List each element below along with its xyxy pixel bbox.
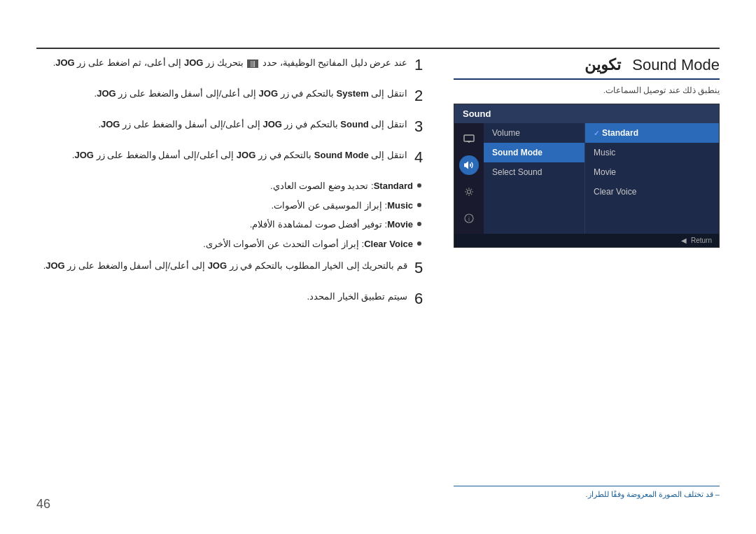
- tv-ui-header: Sound: [454, 104, 719, 123]
- title-underline: [454, 78, 720, 80]
- step-2: 2 انتقل إلى System بالتحكم في زر JOG إلى…: [36, 87, 434, 105]
- subtitle-note: ينطبق ذلك عند توصيل السماعات.: [454, 85, 720, 95]
- bullet-dot-movie: [417, 222, 421, 226]
- tv-sidebar: i: [454, 123, 484, 234]
- submenu-item-music: Music: [585, 143, 719, 162]
- submenu-item-clearvoice: Clear Voice: [585, 182, 719, 202]
- main-content: 1 عند عرض دليل المفاتيح الوظيفية، حدد ||…: [36, 56, 434, 321]
- menu-item-select-sound: Select Sound: [484, 162, 584, 182]
- step-3: 3 انتقل إلى Sound بالتحكم في زر JOG إلى …: [36, 118, 434, 136]
- submenu-item-standard: Standard: [585, 123, 719, 143]
- step-4-number: 4: [414, 148, 434, 167]
- step-6-text: سيتم تطبيق الخيار المحدد.: [307, 290, 407, 304]
- bullet-clearvoice: Clear Voice: إبراز أصوات التحدث عن الأصو…: [36, 237, 421, 251]
- submenu-item-movie: Movie: [585, 162, 719, 182]
- return-label: Return: [691, 237, 712, 244]
- menu-item-volume: Volume: [484, 123, 584, 143]
- step-6-number: 6: [414, 290, 434, 308]
- bottom-note: قد تختلف الصورة المعروضة وفقًا للطراز.: [454, 486, 720, 499]
- bullet-dot-standard: [417, 183, 421, 188]
- step-5-number: 5: [414, 259, 434, 277]
- step-3-number: 3: [414, 118, 434, 136]
- step-3-text: انتقل إلى Sound بالتحكم في زر JOG إلى أع…: [98, 118, 407, 132]
- top-divider: [36, 48, 720, 49]
- steps-list: 1 عند عرض دليل المفاتيح الوظيفية، حدد ||…: [36, 56, 434, 167]
- bullet-text-music: Music: إبراز الموسيقى عن الأصوات.: [271, 199, 413, 213]
- step-4: 4 انتقل إلى Sound Mode بالتحكم في زر JOG…: [36, 148, 434, 167]
- bullet-text-standard: Standard: تحديد وضع الصوت العادي.: [270, 179, 413, 193]
- step-2-text: انتقل إلى System بالتحكم في زر JOG إلى أ…: [94, 87, 407, 101]
- step-6: 6 سيتم تطبيق الخيار المحدد.: [36, 290, 434, 308]
- svg-rect-0: [464, 135, 474, 141]
- page-number: 46: [36, 497, 50, 512]
- bullet-movie: Movie: توفير أفضل صوت لمشاهدة الأفلام.: [36, 218, 421, 232]
- page-title-english: Sound Mode: [632, 56, 720, 74]
- tv-footer: ◀ Return: [454, 234, 719, 247]
- tv-main-menu: Volume Sound Mode Select Sound: [484, 123, 585, 234]
- sidebar-info-icon: i: [459, 209, 479, 228]
- svg-text:i: i: [468, 216, 470, 223]
- sidebar-tv-icon: [459, 129, 479, 148]
- tv-ui-screenshot: Sound i Volume Sound Mode Select S: [454, 104, 720, 248]
- right-panel: تكوين Sound Mode ينطبق ذلك عند توصيل الس…: [454, 56, 720, 95]
- menu-item-sound-mode: Sound Mode: [484, 143, 584, 162]
- step-2-number: 2: [414, 87, 434, 105]
- step-1-number: 1: [414, 56, 434, 74]
- svg-point-3: [468, 190, 471, 194]
- tv-submenu: Standard Music Movie Clear Voice: [585, 123, 719, 234]
- sidebar-sound-icon: [459, 155, 479, 175]
- steps-list-2: 5 قم بالتحريك إلى الخيار المطلوب بالتحكم…: [36, 259, 434, 308]
- bullet-section: Standard: تحديد وضع الصوت العادي. Music:…: [36, 179, 434, 251]
- step-4-text: انتقل إلى Sound Mode بالتحكم في زر JOG إ…: [72, 148, 407, 163]
- step-1: 1 عند عرض دليل المفاتيح الوظيفية، حدد ||…: [36, 56, 434, 74]
- bullet-dot-music: [417, 203, 421, 207]
- bullet-dot-clearvoice: [417, 241, 421, 246]
- sidebar-gear-icon: [459, 182, 479, 202]
- step-1-text: عند عرض دليل المفاتيح الوظيفية، حدد ||| …: [53, 56, 407, 71]
- page-title-arabic: تكوين: [584, 56, 621, 74]
- return-arrow-icon: ◀: [681, 237, 687, 244]
- bullet-standard: Standard: تحديد وضع الصوت العادي.: [36, 179, 421, 193]
- tv-ui-body: i Volume Sound Mode Select Sound Standar…: [454, 123, 719, 234]
- bullet-music: Music: إبراز الموسيقى عن الأصوات.: [36, 199, 421, 213]
- step-5-text: قم بالتحريك إلى الخيار المطلوب بالتحكم ف…: [43, 259, 407, 274]
- bullet-text-clearvoice: Clear Voice: إبراز أصوات التحدث عن الأصو…: [203, 237, 413, 251]
- bullet-text-movie: Movie: توفير أفضل صوت لمشاهدة الأفلام.: [250, 218, 413, 232]
- step-5: 5 قم بالتحريك إلى الخيار المطلوب بالتحكم…: [36, 259, 434, 277]
